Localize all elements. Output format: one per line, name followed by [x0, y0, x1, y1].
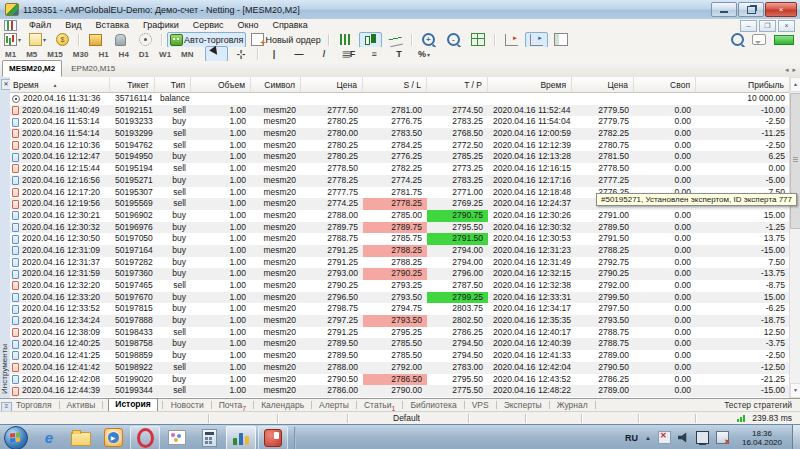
taskbar-ie-button[interactable]: e — [34, 426, 64, 449]
chart-tab[interactable]: MESM20,M2 — [2, 60, 62, 77]
history-row[interactable]: 2020.04.16 12:15:4450195194sell1.00mesm2… — [10, 163, 790, 175]
taskbar-clock[interactable]: 18:36 16.04.2020 — [736, 429, 788, 447]
profile-name[interactable]: Default — [393, 413, 420, 423]
history-row[interactable]: 2020.04.16 12:41:4250198922sell1.00mesm2… — [10, 362, 790, 374]
history-row[interactable]: 2020.04.16 11:31:3635716114balance10 000… — [10, 93, 790, 105]
history-row[interactable]: 2020.04.16 12:32:2050197465sell1.00mesm2… — [10, 280, 790, 292]
history-row[interactable]: 2020.04.16 11:53:1450193233buy1.00mesm20… — [10, 116, 790, 128]
zoom-out-button[interactable]: - — [442, 32, 465, 48]
timeframe-button[interactable]: MN — [176, 48, 198, 61]
percent-tool-button[interactable]: %▾ — [413, 46, 436, 62]
horizontal-line-button[interactable]: — — [288, 46, 311, 62]
scrollbar-thumb[interactable] — [790, 93, 800, 229]
taskbar-explorer-button[interactable] — [66, 426, 96, 449]
profiles-button[interactable]: ▾ — [26, 32, 49, 48]
column-header-volume[interactable]: Объем — [191, 77, 251, 93]
history-row[interactable]: 2020.04.16 12:31:0950197164buy1.00mesm20… — [10, 245, 790, 257]
timeframe-button[interactable]: M1 — [0, 48, 21, 61]
vertical-line-button[interactable]: | — [263, 46, 286, 62]
history-row[interactable]: 2020.04.16 12:44:3950199344sell1.00mesm2… — [10, 385, 790, 397]
column-header-close-price[interactable]: Цена — [572, 77, 634, 93]
volume-icon[interactable] — [678, 432, 689, 443]
history-row[interactable]: 2020.04.16 12:30:5050197050buy1.00mesm20… — [10, 233, 790, 245]
toolbox-tab[interactable]: Журнал — [555, 399, 590, 411]
show-desktop-button[interactable] — [792, 425, 800, 449]
timeframe-button[interactable]: H4 — [114, 48, 134, 61]
toolbox-tab[interactable]: Календарь — [259, 399, 306, 411]
taskbar-media-player-button[interactable]: ▶ — [98, 426, 128, 449]
tile-windows-button[interactable] — [467, 32, 490, 48]
menu-item[interactable]: Сервис — [186, 19, 231, 32]
column-header-swap[interactable]: Своп — [634, 77, 696, 93]
menu-item[interactable]: Справка — [265, 19, 314, 32]
timeframe-button[interactable]: M5 — [21, 48, 42, 61]
column-header-close-time[interactable]: Время — [488, 77, 572, 93]
language-indicator[interactable]: RU — [625, 433, 638, 443]
chart-shift-button[interactable] — [500, 32, 523, 48]
history-row[interactable]: 2020.04.16 12:40:2550198758buy1.00mesm20… — [10, 338, 790, 350]
toolbox-tab[interactable]: Торговля — [14, 399, 54, 411]
channel-button[interactable]: ≡ — [363, 46, 386, 62]
toolbox-tab[interactable]: VPS — [470, 399, 491, 411]
history-row[interactable]: 2020.04.16 12:16:5650195271buy1.00mesm20… — [10, 175, 790, 187]
history-row[interactable]: 2020.04.16 12:10:3650194762sell1.00mesm2… — [10, 140, 790, 152]
tab-scroll-right-icon[interactable]: ▸ — [792, 66, 796, 74]
network-icon[interactable] — [696, 431, 709, 444]
toolbox-tab[interactable]: Новости — [169, 399, 206, 411]
hidden-icons-chevron-icon[interactable]: ▲ — [645, 435, 651, 441]
history-row[interactable]: 2020.04.16 12:33:5250197815buy1.00mesm20… — [10, 303, 790, 315]
new-order-button[interactable]: Новый ордер — [248, 32, 323, 48]
history-row[interactable]: 2020.04.16 11:54:1450193299sell1.00mesm2… — [10, 128, 790, 140]
menu-item[interactable]: Окно — [231, 19, 266, 32]
timeframe-button[interactable]: H1 — [93, 48, 113, 61]
toolbox-tab[interactable]: Активы — [65, 399, 98, 411]
restore-button[interactable] — [738, 2, 764, 17]
menu-item[interactable]: Файл — [22, 19, 58, 32]
chart-tab[interactable]: EPM20,M15 — [64, 60, 122, 77]
docking-button[interactable] — [550, 32, 573, 48]
taskbar-opera-button[interactable] — [130, 426, 160, 449]
tray-error-icon[interactable] — [658, 431, 671, 444]
timeframe-button[interactable]: M15 — [42, 48, 68, 61]
menu-item[interactable]: Вставка — [88, 19, 135, 32]
column-header-time[interactable]: Время▲ — [10, 77, 110, 93]
column-header-symbol[interactable]: Символ — [251, 77, 301, 93]
history-row[interactable]: 2020.04.16 12:31:3750197282buy1.00mesm20… — [10, 257, 790, 269]
column-header-tp[interactable]: T / P — [427, 77, 488, 93]
tab-scroll-left-icon[interactable]: ◂ — [785, 66, 789, 74]
chat-icon[interactable] — [752, 34, 766, 45]
trendline-button[interactable]: / — [313, 46, 336, 62]
toolbox-tab[interactable]: Почта7 — [217, 399, 249, 411]
minimize-button[interactable] — [711, 2, 737, 17]
symbols-button[interactable]: $ — [51, 32, 74, 48]
child-minimize-icon[interactable]: – — [740, 20, 757, 32]
taskbar-metatrader-button[interactable] — [226, 426, 256, 449]
taskbar-calculator-button[interactable] — [194, 426, 224, 449]
vertical-scrollbar[interactable]: ▲ ▼ — [789, 77, 800, 398]
timeframe-button[interactable]: M30 — [68, 48, 94, 61]
history-row[interactable]: 2020.04.16 12:34:2450197888buy1.00mesm20… — [10, 315, 790, 327]
new-chart-button[interactable]: ▾ — [1, 32, 24, 48]
timeframe-button[interactable]: W1 — [154, 48, 176, 61]
menu-item[interactable]: Вид — [58, 19, 88, 32]
strategy-tester-label[interactable]: Тестер стратегий — [724, 400, 792, 410]
column-header-sl[interactable]: S / L — [363, 77, 427, 93]
search-icon[interactable] — [731, 33, 744, 46]
taskbar-paint-button[interactable] — [162, 426, 192, 449]
history-row[interactable]: 2020.04.16 12:38:0950198433sell1.00mesm2… — [10, 327, 790, 339]
community-button[interactable] — [109, 32, 132, 48]
scroll-up-icon[interactable]: ▲ — [790, 77, 800, 92]
column-header-profit[interactable]: Прибыль — [696, 77, 790, 93]
toolbox-tab[interactable]: История — [108, 398, 157, 412]
auto-scroll-button[interactable] — [525, 32, 548, 48]
crosshair-button[interactable]: -¦- — [230, 46, 253, 62]
history-row[interactable]: 2020.04.16 12:42:0850199020buy1.00mesm20… — [10, 374, 790, 386]
history-row[interactable]: 2020.04.16 12:31:5950197360buy1.00mesm20… — [10, 268, 790, 280]
close-button[interactable]: × — [765, 2, 797, 17]
scroll-down-icon[interactable]: ▼ — [790, 383, 800, 398]
column-header-type[interactable]: Тип — [155, 77, 191, 93]
history-row[interactable]: 2020.04.16 12:12:4750194950buy1.00mesm20… — [10, 151, 790, 163]
toolbox-tab[interactable]: Эксперты — [502, 399, 544, 411]
start-button[interactable] — [4, 426, 28, 449]
history-row[interactable]: 2020.04.16 12:30:3250196976buy1.00mesm20… — [10, 222, 790, 234]
